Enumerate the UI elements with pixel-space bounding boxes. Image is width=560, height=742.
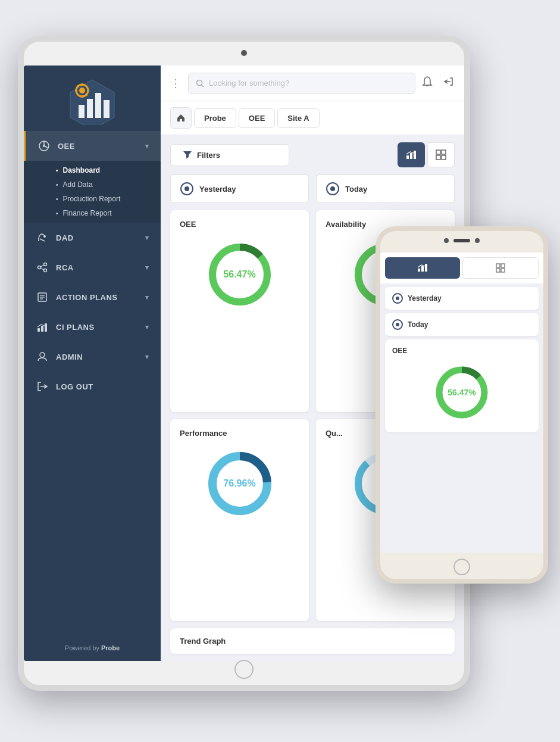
svg-rect-3 <box>95 93 101 118</box>
filter-icon <box>183 151 192 159</box>
ci-plans-icon <box>36 320 49 333</box>
phone-toolbar <box>380 252 543 283</box>
oee-chevron: ▾ <box>145 142 149 150</box>
admin-icon <box>36 350 49 363</box>
svg-point-31 <box>197 80 202 85</box>
grid-view-button[interactable] <box>427 142 455 167</box>
svg-rect-38 <box>436 150 440 154</box>
tablet-home-button[interactable] <box>234 660 254 679</box>
svg-line-16 <box>40 239 45 241</box>
oee-chart: 56.47% <box>180 236 299 313</box>
yesterday-label: Yesterday <box>199 185 236 194</box>
svg-rect-36 <box>410 153 412 159</box>
dad-icon <box>36 231 49 244</box>
sidebar-item-action-plans[interactable]: ACTION PLANS ▾ <box>24 282 161 312</box>
today-button[interactable]: Today <box>316 174 455 203</box>
svg-point-15 <box>43 235 46 238</box>
phone-today-label: Today <box>408 320 428 329</box>
dad-chevron: ▾ <box>145 234 149 242</box>
today-icon <box>326 182 339 195</box>
sidebar-item-oee-label: OEE <box>58 142 75 151</box>
svg-rect-1 <box>79 105 85 118</box>
sidebar-item-ci-plans[interactable]: CI PLANS ▾ <box>24 312 161 342</box>
svg-rect-4 <box>104 100 110 118</box>
footer-brand: Probe <box>101 644 120 651</box>
sidebar-item-dad-label: DAD <box>56 233 74 242</box>
admin-chevron: ▾ <box>145 353 149 361</box>
front-sensor <box>475 238 480 243</box>
exit-icon[interactable] <box>443 76 455 91</box>
sidebar-item-rca[interactable]: RCA ▾ <box>24 252 161 282</box>
phone-grid-button[interactable] <box>462 257 539 279</box>
logout-icon <box>36 380 49 393</box>
phone-date-list: Yesterday Today <box>380 283 543 339</box>
breadcrumb-home[interactable] <box>170 107 192 129</box>
notification-icon[interactable] <box>421 76 433 91</box>
submenu-dashboard[interactable]: Dashboard <box>56 163 161 177</box>
svg-line-21 <box>41 268 44 270</box>
sidebar-item-rca-label: RCA <box>56 263 74 272</box>
performance-donut: 76.96% <box>204 448 276 519</box>
search-bar[interactable]: Looking for something? <box>188 73 415 94</box>
performance-card: Performance 76.96% <box>170 419 309 621</box>
yesterday-button[interactable]: Yesterday <box>170 174 309 203</box>
svg-rect-26 <box>37 328 40 332</box>
action-plans-chevron: ▾ <box>145 294 149 301</box>
trend-graph-bar[interactable]: Trend Graph <box>170 628 455 654</box>
svg-point-19 <box>44 269 47 272</box>
breadcrumb-site-a[interactable]: Site A <box>277 108 319 128</box>
today-label: Today <box>345 185 367 194</box>
svg-rect-57 <box>501 264 505 267</box>
oee-card: OEE 56.47% <box>170 210 309 412</box>
performance-chart: 76.96% <box>180 445 299 522</box>
oee-donut: 56.47% <box>204 239 276 310</box>
oee-submenu: Dashboard Add Data Production Report Fin… <box>24 161 161 223</box>
svg-rect-58 <box>496 269 500 272</box>
svg-rect-28 <box>45 323 47 332</box>
sidebar-item-ci-plans-label: CI PLANS <box>56 323 95 332</box>
phone-oee-value: 56.47% <box>448 388 475 397</box>
sidebar-item-oee[interactable]: OEE ▾ <box>24 131 161 161</box>
toolbar: Filters <box>161 135 464 174</box>
performance-card-title: Performance <box>180 429 299 438</box>
phone-yesterday-button[interactable]: Yesterday <box>385 287 539 310</box>
submenu-production-report[interactable]: Production Report <box>56 192 161 206</box>
svg-rect-35 <box>406 155 409 159</box>
performance-value: 76.96% <box>223 478 255 489</box>
oee-icon <box>37 139 51 152</box>
svg-rect-2 <box>87 99 93 118</box>
phone-yesterday-icon <box>392 293 403 304</box>
svg-rect-54 <box>421 266 424 272</box>
phone-oee-chart: 56.47% <box>392 360 531 425</box>
phone-today-icon <box>392 319 403 330</box>
phone-device: Yesterday Today OEE 56.47% <box>376 226 548 584</box>
submenu-add-data[interactable]: Add Data <box>56 177 161 192</box>
more-options-button[interactable]: ⋮ <box>170 77 182 90</box>
chart-view-button[interactable] <box>398 142 425 167</box>
sidebar-item-logout[interactable]: LOG OUT <box>24 372 161 401</box>
date-filters: Yesterday Today <box>161 174 464 210</box>
header-icons <box>421 76 455 91</box>
submenu-finance-report[interactable]: Finance Report <box>56 206 161 220</box>
sidebar-item-admin[interactable]: ADMIN ▾ <box>24 342 161 372</box>
svg-rect-37 <box>414 151 416 159</box>
svg-rect-59 <box>501 269 505 272</box>
sidebar-logo <box>24 66 161 131</box>
sidebar-item-dad[interactable]: DAD ▾ <box>24 223 161 252</box>
trend-graph-title: Trend Graph <box>180 637 445 646</box>
phone-today-button[interactable]: Today <box>385 313 539 336</box>
breadcrumb-oee[interactable]: OEE <box>239 108 275 128</box>
phone-oee-title: OEE <box>392 347 531 355</box>
phone-chart-button[interactable] <box>385 257 460 279</box>
breadcrumb: Probe OEE Site A <box>161 101 464 135</box>
view-toggle <box>398 142 455 167</box>
rca-icon <box>36 261 49 274</box>
front-camera <box>444 238 449 243</box>
phone-home-button[interactable] <box>453 559 470 575</box>
phone-speaker <box>453 239 470 242</box>
search-placeholder: Looking for something? <box>209 79 289 88</box>
breadcrumb-probe[interactable]: Probe <box>194 108 236 128</box>
phone-screen: Yesterday Today OEE 56.47% <box>380 252 543 553</box>
svg-rect-39 <box>442 150 446 154</box>
filter-button[interactable]: Filters <box>170 144 289 166</box>
